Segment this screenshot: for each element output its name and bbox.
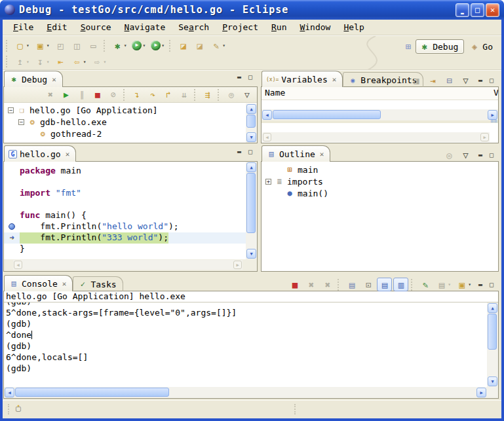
new-project-button[interactable]: ▣▾ (33, 39, 52, 52)
close-icon[interactable]: ✕ (62, 280, 67, 288)
code-area[interactable]: package mainimport "fmt"func main() { fm… (4, 162, 246, 259)
scroll-up-button[interactable]: ▲ (246, 162, 256, 172)
run-external-tools-button[interactable]: ▶▾ (149, 39, 166, 52)
resume-button[interactable]: ▶ (59, 88, 73, 101)
scroll-down-button[interactable]: ▼ (246, 132, 256, 142)
fast-view-button[interactable]: ▢✦ (16, 403, 24, 413)
close-icon[interactable]: ✕ (52, 75, 56, 84)
open-perspective-button[interactable]: ⊞ (402, 41, 414, 52)
tab-console[interactable]: ▤ Console ✕ (4, 275, 73, 291)
code-line[interactable]: ➜ fmt.Println("333 world"); (4, 232, 246, 244)
tree-item[interactable]: ❂gothread-2 (4, 128, 246, 139)
scroll-lock-button[interactable]: ⊡ (360, 278, 376, 291)
code-line[interactable]: } (4, 244, 246, 255)
tree-item[interactable]: ⊞main (262, 164, 498, 175)
variables-horizontal-scrollbar[interactable]: ◀ ▶ (262, 109, 498, 120)
scroll-right-button[interactable]: ▶ (476, 388, 486, 397)
minimize-view-button[interactable]: ▬ (476, 151, 485, 158)
console-horizontal-scrollbar[interactable]: ◀ ▶ (4, 387, 487, 398)
maximize-view-button[interactable]: □ (487, 151, 496, 158)
tab-hello-go[interactable]: G hello.go ✕ (4, 145, 76, 162)
terminate-button[interactable]: ■ (90, 88, 105, 101)
show-logical-structure-button[interactable]: ⇥ (425, 73, 440, 87)
statusbar-grip[interactable] (294, 404, 297, 414)
tab-variables[interactable]: (x)= Variables ✕ (262, 71, 343, 87)
show-stderr-when-changed-button[interactable]: ▥ (393, 278, 408, 291)
clear-console-button[interactable]: ▤ (344, 278, 359, 291)
new-wizard-button[interactable]: ▢▾ (12, 39, 31, 52)
close-button[interactable]: ✕ (486, 3, 499, 17)
code-line[interactable] (4, 177, 246, 188)
use-step-filters-button[interactable]: ⇶ (201, 88, 215, 101)
menu-run[interactable]: Run (265, 21, 293, 33)
code-line[interactable]: func main() { (4, 210, 246, 221)
scroll-down-button[interactable]: ▼ (488, 376, 497, 386)
code-line[interactable]: import "fmt" (4, 188, 246, 199)
minimize-view-button[interactable]: ▬ (235, 148, 244, 155)
scroll-left-button[interactable]: ◀ (5, 388, 14, 397)
tree-item[interactable]: +≣imports (262, 175, 498, 187)
maximize-button[interactable]: □ (471, 3, 484, 17)
scroll-up-button[interactable]: ▲ (488, 303, 497, 313)
scroll-thumb[interactable] (246, 115, 256, 128)
scroll-down-button[interactable]: ▼ (246, 249, 256, 259)
expander-minus-icon[interactable]: − (8, 107, 14, 113)
scroll-thumb[interactable] (273, 110, 381, 119)
code-line[interactable]: fmt.Println("hello world"); (4, 221, 246, 232)
tab-debug[interactable]: ✱ Debug ✕ (4, 71, 63, 87)
scroll-thumb[interactable] (15, 388, 169, 397)
console-output[interactable]: (gdb) 5^done,stack-args=[frame={level="0… (4, 302, 487, 387)
debug-button[interactable]: ✱▾ (110, 39, 129, 52)
column-name[interactable]: Name (265, 88, 285, 98)
menu-edit[interactable]: Edit (40, 21, 73, 33)
column-value[interactable]: Value (494, 88, 498, 98)
statusbar-grip[interactable] (8, 404, 10, 414)
scroll-left-button[interactable]: ◀ (262, 110, 272, 120)
tree-item[interactable]: −❂gdb-hello.exe (4, 116, 246, 128)
debug-view-layout-button[interactable]: ◎ (224, 88, 239, 101)
maximize-view-button[interactable]: □ (246, 148, 255, 155)
menu-window[interactable]: Window (293, 21, 337, 33)
show-stdout-when-changed-button[interactable]: ▤ (377, 278, 392, 291)
pin-console-button[interactable]: ✎ (417, 278, 433, 291)
variables-column-header[interactable]: Name Value (262, 87, 498, 100)
close-icon[interactable]: ✕ (320, 150, 324, 158)
scroll-thumb[interactable] (488, 314, 497, 350)
open-type-button[interactable]: ◪ (176, 39, 191, 52)
titlebar[interactable]: Debug - testGo/src/cmd/hello.go - Eclips… (0, 0, 504, 20)
menu-search[interactable]: Search (172, 21, 216, 33)
debug-vertical-scrollbar[interactable]: ▲ ▼ (246, 103, 257, 143)
minimize-view-button[interactable]: ▬ (476, 281, 485, 288)
maximize-view-button[interactable]: □ (487, 77, 496, 84)
view-menu-button[interactable]: ▽ (240, 88, 254, 101)
collapse-all-button[interactable]: ⊟ (442, 73, 457, 87)
run-button[interactable]: ▶▾ (130, 39, 147, 52)
maximize-view-button[interactable]: □ (487, 281, 496, 288)
menu-navigate[interactable]: Navigate (118, 21, 172, 33)
perspective-go[interactable]: ◈ Go (466, 40, 498, 53)
view-menu-button[interactable]: ▽ (458, 73, 473, 87)
tab-tasks[interactable]: ✓ Tasks (73, 276, 123, 291)
step-return-button[interactable]: ↱ (161, 88, 176, 101)
mark-occurrences-button[interactable]: ✎▾ (208, 39, 227, 52)
details-sash[interactable]: ≡≡ (262, 120, 498, 123)
menu-source[interactable]: Source (74, 21, 118, 33)
minimize-view-button[interactable]: ▬ (235, 73, 244, 81)
console-vertical-scrollbar[interactable]: ▲ ▼ (487, 302, 498, 387)
back-to-last-edit-button[interactable]: ⇤ (53, 55, 68, 69)
step-over-button[interactable]: ↷ (145, 88, 160, 101)
maximize-view-button[interactable]: □ (246, 73, 255, 81)
code-line[interactable] (4, 199, 246, 210)
code-line[interactable]: package main (4, 166, 246, 177)
minimize-button[interactable]: ▬ (456, 3, 469, 17)
close-icon[interactable]: ✕ (332, 75, 337, 84)
open-console-button[interactable]: ▣▾ (454, 278, 473, 291)
menu-help[interactable]: Help (337, 21, 370, 33)
expander-plus-icon[interactable]: + (265, 179, 271, 185)
tree-item[interactable]: −❏hello.go [Go Application] (4, 104, 246, 116)
back-history-button[interactable]: ⇦▾ (69, 55, 88, 69)
terminate-button[interactable]: ■ (287, 278, 302, 291)
editor-vertical-scrollbar[interactable]: ▲ ▼ (246, 162, 257, 259)
scroll-up-button[interactable]: ▲ (246, 104, 256, 114)
open-resource-button[interactable]: ◪ (192, 39, 207, 52)
